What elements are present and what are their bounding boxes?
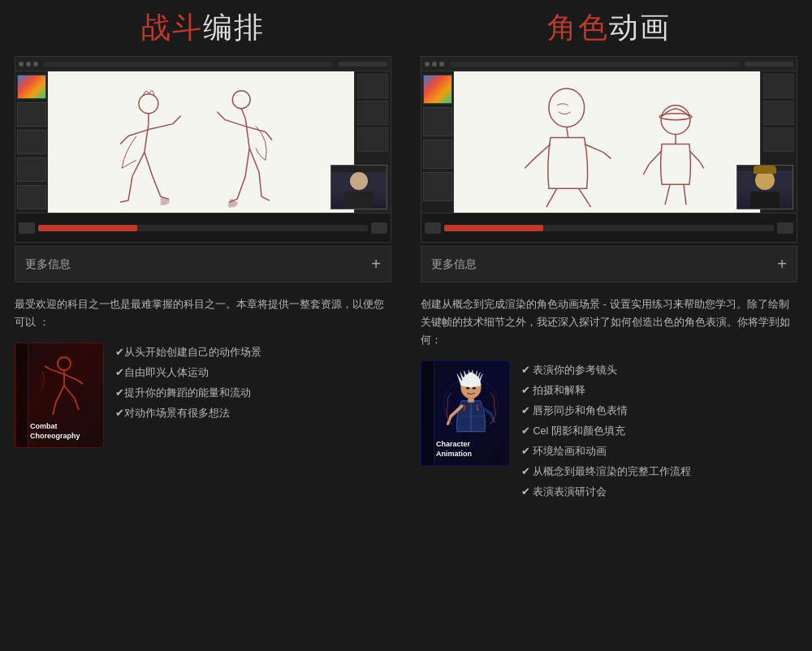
r-rp-item3 xyxy=(763,127,794,152)
svg-line-11 xyxy=(128,176,132,200)
left-title-highlight: 战斗 xyxy=(141,11,203,44)
svg-line-24 xyxy=(259,172,261,196)
svg-line-51 xyxy=(64,386,75,399)
svg-line-37 xyxy=(649,150,662,164)
svg-line-52 xyxy=(75,399,79,410)
top-section: 战斗编排 xyxy=(0,0,812,282)
svg-line-10 xyxy=(132,152,145,176)
tool2 xyxy=(17,130,46,154)
svg-line-49 xyxy=(56,386,64,402)
sw-top-bar-right xyxy=(421,57,797,71)
character-sketch-svg xyxy=(454,71,760,213)
left-column: 战斗编排 xyxy=(0,0,406,282)
svg-line-25 xyxy=(261,196,270,200)
r-timeline-bar xyxy=(444,225,774,231)
left-feature-list: ✔从头开始创建自己的动作场景 ✔自由即兴人体运动 ✔提升你的舞蹈的能量和流动 ✔… xyxy=(115,343,261,424)
right-info-bar[interactable]: 更多信息 + xyxy=(421,246,797,282)
combat-book-title: Combat Choreography xyxy=(30,422,100,441)
svg-line-19 xyxy=(266,132,272,140)
character-book-title: Character Animation xyxy=(436,440,506,459)
sw-top-bar-left xyxy=(15,57,391,71)
r-rp-item2 xyxy=(763,101,794,125)
left-column-title: 战斗编排 xyxy=(15,8,391,48)
rp-item1 xyxy=(357,74,388,98)
combat-book-cover: Combat Choreography xyxy=(15,343,104,448)
svg-point-0 xyxy=(139,94,158,114)
right-person-head xyxy=(755,170,775,190)
bottom-section: 最受欢迎的科目之一也是最难掌握的科目之一。本章将提供一整套资源，以便您可以 ： xyxy=(0,282,812,651)
combat-book-svg xyxy=(30,351,95,429)
svg-line-6 xyxy=(120,136,128,144)
svg-line-32 xyxy=(546,188,557,207)
rp-item3 xyxy=(357,127,388,152)
svg-line-2 xyxy=(145,124,149,153)
dot3 xyxy=(33,62,38,67)
left-person-head xyxy=(350,172,368,190)
right-description: 创建从概念到完成渲染的角色动画场景 - 设置实用练习来帮助您学习。除了绘制关键帧… xyxy=(421,295,797,349)
left-info-plus[interactable]: + xyxy=(371,255,381,274)
left-video-thumbnail[interactable] xyxy=(15,56,391,243)
dot1 xyxy=(19,62,24,67)
right-bottom-col: 创建从概念到完成渲染的角色动画场景 - 设置实用练习来帮助您学习。除了绘制关键帧… xyxy=(406,295,812,643)
right-title-rest: 动画 xyxy=(609,11,671,44)
svg-line-14 xyxy=(241,109,245,119)
svg-line-30 xyxy=(585,144,603,152)
right-title-highlight: 角色 xyxy=(547,11,609,44)
right-feature-5: ✔ 环境绘画和动画 xyxy=(521,442,691,462)
right-person-body xyxy=(750,192,780,209)
combat-book-title-line1: Combat xyxy=(30,422,58,430)
svg-line-7 xyxy=(145,152,153,176)
svg-rect-57 xyxy=(468,399,474,403)
svg-line-31 xyxy=(603,152,611,158)
left-description: 最受欢迎的科目之一也是最难掌握的科目之一。本章将提供一整套资源，以便您可以 ： xyxy=(15,295,391,331)
svg-line-47 xyxy=(64,374,77,380)
right-info-plus[interactable]: + xyxy=(777,255,787,274)
svg-line-12 xyxy=(120,200,128,202)
left-screenshot xyxy=(15,57,391,242)
svg-line-8 xyxy=(153,176,161,196)
right-feature-4: ✔ Cel 阴影和颜色填充 xyxy=(521,421,691,442)
left-webcam-person xyxy=(331,172,387,209)
svg-line-27 xyxy=(567,127,568,138)
svg-line-41 xyxy=(665,184,670,205)
r-tool1 xyxy=(423,107,452,136)
sw-timeline-left xyxy=(15,213,391,242)
right-feature-list: ✔ 表演你的参考镜头 ✔ 拍摄和解释 ✔ 唇形同步和角色表情 ✔ Cel 阴影和… xyxy=(521,360,691,502)
left-bottom-col: 最受欢迎的科目之一也是最难掌握的科目之一。本章将提供一整套资源，以便您可以 ： xyxy=(0,295,406,643)
r-title-bar-fill xyxy=(450,62,739,67)
r-color-swatch xyxy=(423,75,452,104)
right-webcam-person xyxy=(737,170,793,209)
character-book-title-text: Character Animation xyxy=(436,440,472,458)
timeline-end xyxy=(371,222,387,234)
svg-line-20 xyxy=(245,148,249,176)
book-spine-right xyxy=(421,361,434,465)
right-video-thumbnail[interactable] xyxy=(421,56,797,243)
character-book-cover: Character Animation xyxy=(421,360,510,466)
right-feature-7: ✔ 表演表演研讨会 xyxy=(521,482,691,502)
sw-left-panel xyxy=(15,71,48,213)
svg-line-3 xyxy=(149,124,173,130)
svg-point-43 xyxy=(58,357,71,370)
rdot2 xyxy=(432,62,437,67)
right-feature-6: ✔ 从概念到最终渲染的完整工作流程 xyxy=(521,462,691,482)
svg-line-38 xyxy=(643,164,649,175)
sw-canvas-right xyxy=(454,71,760,213)
svg-point-53 xyxy=(56,356,72,372)
rdot3 xyxy=(439,62,444,67)
left-info-bar[interactable]: 更多信息 + xyxy=(15,246,391,282)
right-column: 角色动画 xyxy=(406,0,812,282)
timeline-bar-left xyxy=(38,225,368,231)
color-swatch xyxy=(17,75,46,99)
left-webcam-overlay xyxy=(330,165,387,209)
tool3 xyxy=(17,157,46,182)
char-figure xyxy=(436,368,506,441)
right-screenshot xyxy=(421,57,797,242)
r-timeline-controls xyxy=(425,222,441,234)
book-spine-left xyxy=(15,343,28,447)
right-feature-2: ✔ 拍摄和解释 xyxy=(521,381,691,401)
dot2 xyxy=(26,62,31,67)
svg-line-18 xyxy=(245,127,266,132)
svg-line-42 xyxy=(684,184,686,205)
right-feature-3: ✔ 唇形同步和角色表情 xyxy=(521,401,691,421)
book-figure-left xyxy=(30,351,100,423)
